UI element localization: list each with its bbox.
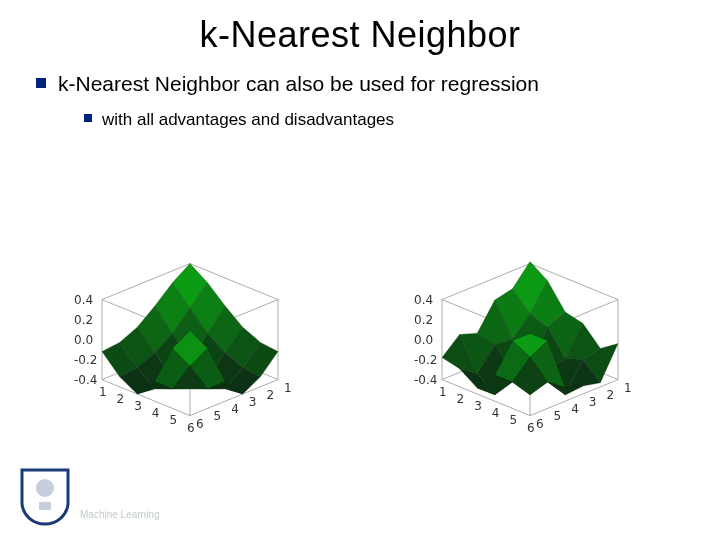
plot-row: -0.4-0.20.00.20.4123456123456 -0.4-0.20.… <box>0 220 720 480</box>
svg-rect-109 <box>39 502 51 510</box>
svg-text:0.2: 0.2 <box>74 313 93 327</box>
svg-text:3: 3 <box>474 399 482 413</box>
svg-text:5: 5 <box>214 409 222 423</box>
svg-text:5: 5 <box>169 413 177 427</box>
slide: k-Nearest Neighbor k-Nearest Neighbor ca… <box>0 0 720 540</box>
svg-text:-0.2: -0.2 <box>74 353 97 367</box>
svg-text:0.4: 0.4 <box>414 293 433 307</box>
svg-text:0.0: 0.0 <box>74 333 93 347</box>
svg-text:4: 4 <box>231 402 239 416</box>
sub-bullet-list: with all advantages and disadvantages <box>58 108 690 132</box>
surface-plot-noisy: -0.4-0.20.00.20.4123456123456 <box>375 220 685 480</box>
svg-text:3: 3 <box>249 395 257 409</box>
svg-text:5: 5 <box>509 413 517 427</box>
svg-text:0.4: 0.4 <box>74 293 93 307</box>
bullet-level2: with all advantages and disadvantages <box>84 108 690 132</box>
svg-text:-0.4: -0.4 <box>74 373 97 387</box>
bullet-level2-text: with all advantages and disadvantages <box>102 110 394 129</box>
svg-text:-0.2: -0.2 <box>414 353 437 367</box>
slide-title: k-Nearest Neighbor <box>30 14 690 56</box>
svg-text:6: 6 <box>187 421 195 435</box>
svg-text:4: 4 <box>492 406 500 420</box>
svg-text:-0.4: -0.4 <box>414 373 437 387</box>
svg-text:6: 6 <box>196 417 204 431</box>
svg-text:6: 6 <box>536 417 544 431</box>
svg-text:3: 3 <box>134 399 142 413</box>
svg-text:1: 1 <box>624 381 632 395</box>
svg-text:1: 1 <box>99 385 107 399</box>
svg-text:2: 2 <box>266 388 274 402</box>
svg-text:6: 6 <box>527 421 535 435</box>
svg-text:4: 4 <box>571 402 579 416</box>
svg-text:1: 1 <box>439 385 447 399</box>
svg-text:2: 2 <box>117 392 125 406</box>
bullet-level1-text: k-Nearest Neighbor can also be used for … <box>58 72 539 95</box>
svg-text:2: 2 <box>606 388 614 402</box>
svg-text:2: 2 <box>457 392 465 406</box>
svg-text:0.0: 0.0 <box>414 333 433 347</box>
svg-text:4: 4 <box>152 406 160 420</box>
svg-text:3: 3 <box>589 395 597 409</box>
svg-text:0.2: 0.2 <box>414 313 433 327</box>
bullet-list: k-Nearest Neighbor can also be used for … <box>30 70 690 132</box>
surface-plot-smooth: -0.4-0.20.00.20.4123456123456 <box>35 220 345 480</box>
bullet-level1: k-Nearest Neighbor can also be used for … <box>36 70 690 132</box>
footer-text: Machine Learning <box>80 509 160 520</box>
university-crest-icon <box>18 466 72 526</box>
svg-text:5: 5 <box>554 409 562 423</box>
svg-text:1: 1 <box>284 381 292 395</box>
svg-point-108 <box>36 479 54 497</box>
